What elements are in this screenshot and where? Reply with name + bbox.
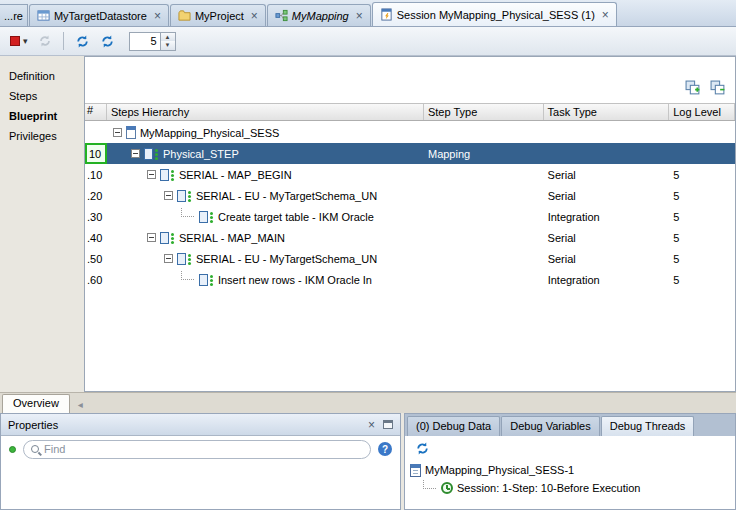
tab-debug-threads[interactable]: Debug Threads [601, 416, 695, 436]
column-header-hierarchy[interactable]: Steps Hierarchy [107, 104, 424, 120]
step-number-editing[interactable]: 10 [85, 143, 107, 164]
step-type-cell [424, 185, 544, 206]
chevron-down-icon[interactable]: ▾ [23, 36, 28, 46]
step-number: .10 [85, 164, 107, 185]
tab-mytargetdatastore[interactable]: MyTargetDatastore × [29, 4, 169, 26]
collapse-all-icon [710, 80, 726, 96]
restart-session-button[interactable] [34, 30, 56, 52]
task-type-cell [544, 143, 670, 164]
sidebar-item-definition[interactable]: Definition [0, 66, 84, 86]
column-header-step-type[interactable]: Step Type [424, 104, 544, 120]
step-type-cell [424, 206, 544, 227]
properties-panel: Properties × ? [0, 413, 401, 510]
debug-panel: (0) Debug Data Debug Variables Debug Thr… [404, 413, 736, 510]
status-dot-icon [9, 446, 16, 453]
tab-label: MyProject [195, 10, 244, 22]
tree-collapse-icon[interactable] [113, 128, 122, 137]
sidebar-item-steps[interactable]: Steps [0, 86, 84, 106]
find-field[interactable] [23, 440, 371, 459]
project-icon [178, 9, 191, 22]
column-header-log-level[interactable]: Log Level [669, 104, 735, 120]
tab-label: Session MyMapping_Physical_SESS (1) [397, 9, 595, 21]
tree-collapse-icon[interactable] [147, 233, 156, 242]
table-row-serial-map-main[interactable]: .40 SERIAL - MAP_MAIN Serial 5 [85, 227, 735, 248]
bottom-panels: Properties × ? (0) Debug Data Debug Vari… [0, 413, 736, 510]
log-level-cell: 5 [669, 185, 735, 206]
log-level-cell: 5 [669, 206, 735, 227]
properties-header: Properties × [1, 414, 400, 436]
refresh-icon [415, 441, 430, 456]
node-label: Create target table - IKM Oracle [218, 211, 374, 223]
find-input[interactable] [44, 443, 363, 455]
task-type-cell: Integration [544, 269, 670, 290]
tree-collapse-icon[interactable] [164, 254, 173, 263]
debug-refresh-button[interactable] [411, 437, 434, 459]
spinner-down-icon[interactable]: ▼ [161, 41, 175, 50]
tree-connector-line [423, 480, 436, 489]
tab-debug-variables[interactable]: Debug Variables [501, 416, 600, 436]
refresh-icon [75, 34, 90, 49]
refresh-button[interactable] [71, 30, 94, 52]
step-type-cell [424, 248, 544, 269]
tree-collapse-icon[interactable] [131, 149, 140, 158]
step-type-cell [424, 164, 544, 185]
blueprint-toolbar [684, 79, 727, 97]
step-type-cell [424, 122, 544, 143]
node-label: MyMapping_Physical_SESS [140, 127, 279, 139]
help-icon[interactable]: ? [378, 442, 392, 456]
refresh-interval-input[interactable] [129, 32, 161, 51]
close-tab-icon[interactable]: × [154, 10, 161, 22]
node-label: Insert new rows - IKM Oracle In [218, 274, 372, 286]
search-icon [31, 445, 39, 453]
expand-all-button[interactable] [684, 79, 702, 97]
close-tab-icon[interactable]: × [602, 9, 609, 21]
properties-find-row: ? [1, 436, 400, 462]
thread-status-row[interactable]: Session: 1-Step: 10-Before Execution [410, 479, 730, 497]
step-type-cell: Mapping [424, 143, 544, 164]
tab-label: MyMapping [292, 10, 349, 22]
session-doc-icon [126, 126, 136, 139]
tab-label: MyTargetDatastore [54, 10, 147, 22]
table-row-serial-eu-begin[interactable]: .20 SERIAL - EU - MyTargetSchema_UN Seri… [85, 185, 735, 206]
collapse-all-button[interactable] [709, 79, 727, 97]
task-type-cell [544, 122, 670, 143]
table-row-create-target-table[interactable]: .30 Create target table - IKM Oracle Int… [85, 206, 735, 227]
step-number: .60 [85, 269, 107, 290]
tab-myproject[interactable]: MyProject × [170, 4, 266, 26]
column-header-task-type[interactable]: Task Type [544, 104, 670, 120]
restart-icon [38, 34, 52, 48]
table-row-serial-eu-main[interactable]: .50 SERIAL - EU - MyTargetSchema_UN Seri… [85, 248, 735, 269]
table-row-physical-step[interactable]: 10 Physical_STEP Mapping [85, 143, 735, 164]
thread-status-label: Session: 1-Step: 10-Before Execution [457, 482, 640, 494]
table-row-session[interactable]: MyMapping_Physical_SESS [85, 122, 735, 143]
tab-session-blueprint[interactable]: Session MyMapping_Physical_SESS (1) × [372, 2, 617, 26]
tab-scroll-left-icon[interactable]: ◂ [78, 399, 83, 410]
close-panel-icon[interactable]: × [368, 419, 375, 431]
auto-refresh-button[interactable] [96, 30, 119, 52]
task-icon [199, 274, 208, 286]
tab-overview[interactable]: Overview [2, 394, 70, 413]
tab-mymapping[interactable]: MyMapping × [267, 4, 371, 26]
tab-truncated[interactable]: ...re [0, 4, 28, 26]
tab-debug-data[interactable]: (0) Debug Data [407, 416, 500, 436]
debug-threads-tree: MyMapping_Physical_SESS-1 Session: 1-Ste… [405, 460, 735, 498]
stop-session-button[interactable]: ▾ [6, 30, 32, 52]
tree-collapse-icon[interactable] [164, 191, 173, 200]
column-header-num[interactable]: # [85, 104, 107, 120]
restore-panel-icon[interactable] [383, 420, 393, 429]
sidebar-item-blueprint[interactable]: Blueprint [0, 106, 84, 126]
auto-refresh-icon [100, 34, 115, 49]
task-type-cell: Serial [544, 227, 670, 248]
table-row-serial-map-begin[interactable]: .10 SERIAL - MAP_BEGIN Serial 5 [85, 164, 735, 185]
close-tab-icon[interactable]: × [251, 10, 258, 22]
session-icon [380, 8, 393, 21]
spinner-up-icon[interactable]: ▲ [161, 33, 175, 42]
log-level-cell: 5 [669, 269, 735, 290]
step-number: .20 [85, 185, 107, 206]
thread-root-row[interactable]: MyMapping_Physical_SESS-1 [410, 461, 730, 479]
close-tab-icon[interactable]: × [356, 10, 363, 22]
tree-collapse-icon[interactable] [147, 170, 156, 179]
log-level-cell [669, 143, 735, 164]
sidebar-item-privileges[interactable]: Privileges [0, 126, 84, 146]
table-row-insert-new-rows[interactable]: .60 Insert new rows - IKM Oracle In Inte… [85, 269, 735, 290]
